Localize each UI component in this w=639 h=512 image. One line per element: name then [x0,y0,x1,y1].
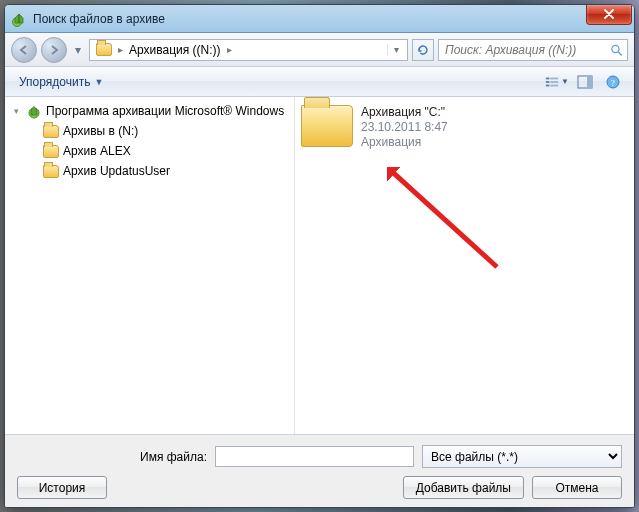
svg-rect-4 [550,77,558,79]
bottom-panel: Имя файла: Все файлы (*.*) История Добав… [5,434,634,507]
folder-icon [43,125,59,138]
add-files-label: Добавить файлы [416,481,511,495]
titlebar[interactable]: Поиск файлов в архиве [5,5,634,33]
organize-label: Упорядочить [19,75,90,89]
back-arrow-icon [17,43,31,57]
tree-root[interactable]: ▾ Программа архивации Microsoft® Windows [7,101,292,121]
nav-tree[interactable]: ▾ Программа архивации Microsoft® Windows… [5,97,295,434]
list-item-date: 23.10.2011 8:47 [361,120,448,135]
expander-open-icon[interactable]: ▾ [11,106,22,117]
organize-menu[interactable]: Упорядочить ▼ [13,72,109,92]
refresh-button[interactable] [412,39,434,61]
search-box[interactable] [438,39,628,61]
list-item-meta: Архивация "C:" 23.10.2011 8:47 Архивация [361,105,448,150]
toolbar-right: ▼ ? [544,71,626,93]
dialog-window: Поиск файлов в архиве ▾ ▸ Архива [4,4,635,508]
svg-rect-8 [550,84,558,86]
help-button[interactable]: ? [600,71,626,93]
list-item-name: Архивация "C:" [361,105,448,120]
file-type-filter[interactable]: Все файлы (*.*) [422,445,622,468]
svg-rect-5 [546,81,550,83]
search-input[interactable] [443,42,606,58]
address-bar[interactable]: ▸ Архивация ((N:)) ▸ ▾ [89,39,408,61]
svg-text:?: ? [611,77,615,87]
window-title: Поиск файлов в архиве [33,12,165,26]
title-group: Поиск файлов в архиве [11,11,165,27]
content-area: ▾ Программа архивации Microsoft® Windows… [5,97,634,434]
view-options-button[interactable]: ▼ [544,71,570,93]
recent-locations-button[interactable]: ▾ [71,40,85,60]
tree-node-0[interactable]: Архивы в (N:) [7,121,292,141]
add-files-button[interactable]: Добавить файлы [403,476,524,499]
filename-row: Имя файла: Все файлы (*.*) [17,445,622,468]
svg-rect-6 [550,81,558,83]
svg-rect-10 [587,76,592,88]
back-button[interactable] [11,37,37,63]
tree-root-label: Программа архивации Microsoft® Windows [46,104,284,118]
nav-row: ▾ ▸ Архивация ((N:)) ▸ ▾ [5,33,634,67]
svg-rect-7 [546,84,550,86]
list-item[interactable]: Архивация "C:" 23.10.2011 8:47 Архивация [297,101,632,154]
svg-rect-3 [546,77,550,79]
svg-line-14 [387,167,497,267]
forward-button[interactable] [41,37,67,63]
tree-node-2[interactable]: Архив UpdatusUser [7,161,292,181]
search-icon [610,43,623,57]
chevron-right-icon[interactable]: ▸ [227,44,232,55]
folder-icon [43,165,59,178]
view-icon [545,75,559,89]
history-button[interactable]: История [17,476,107,499]
buttons-row: История Добавить файлы Отмена [17,476,622,499]
preview-pane-button[interactable] [572,71,598,93]
list-pane[interactable]: Архивация "C:" 23.10.2011 8:47 Архивация [295,97,634,434]
toolbar: Упорядочить ▼ ▼ ? [5,67,634,97]
address-seg-1-text: Архивация ((N:)) [129,43,221,57]
list-item-kind: Архивация [361,135,448,150]
chevron-right-icon[interactable]: ▸ [118,44,123,55]
address-seg-1[interactable]: Архивация ((N:)) [125,40,225,60]
forward-arrow-icon [47,43,61,57]
tree-node-1-label: Архив ALEX [63,144,131,158]
chevron-down-icon: ▼ [94,77,103,87]
folder-large-icon [301,105,353,147]
filename-label: Имя файла: [17,450,207,464]
svg-line-2 [618,51,622,55]
folder-icon [43,145,59,158]
close-icon [603,9,615,19]
preview-pane-icon [577,75,593,89]
folder-icon [96,43,112,56]
refresh-icon [416,43,430,57]
chevron-down-icon: ▼ [561,77,569,86]
annotation-arrow [387,167,507,277]
address-root[interactable] [92,40,116,60]
tree-node-1[interactable]: Архив ALEX [7,141,292,161]
cancel-label: Отмена [555,481,598,495]
help-icon: ? [606,75,620,89]
app-icon [11,11,27,27]
backup-program-icon [26,103,42,119]
cancel-button[interactable]: Отмена [532,476,622,499]
tree-node-2-label: Архив UpdatusUser [63,164,170,178]
filename-input[interactable] [215,446,414,467]
svg-point-1 [612,45,619,52]
address-dropdown-button[interactable]: ▾ [387,44,405,55]
tree-node-0-label: Архивы в (N:) [63,124,138,138]
close-button[interactable] [586,5,632,25]
history-label: История [39,481,86,495]
